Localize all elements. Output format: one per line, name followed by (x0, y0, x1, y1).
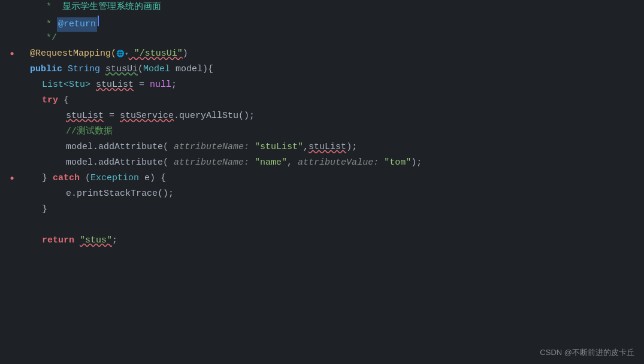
print-stack: e.printStackTrace(); (66, 187, 174, 201)
keyword-public: public (30, 62, 62, 77)
text-cursor (98, 16, 99, 26)
watermark: CSDN @不断前进的皮卡丘 (540, 347, 634, 359)
semicolon: ; (171, 78, 177, 92)
space (74, 233, 80, 248)
comment-inline: //测试数据 (66, 125, 113, 139)
code-line: return "stus" ; (30, 233, 638, 249)
paren: ( (138, 62, 143, 77)
gutter-icon-breakpoint: ● (7, 171, 17, 187)
assign: = (104, 109, 120, 123)
keyword-null: null (150, 78, 171, 92)
var-e: e) { (139, 171, 166, 186)
gutter: ● ● (0, 0, 24, 364)
code-line: @RequestMapping(🌐▾ "/stusUi") (30, 47, 638, 62)
code-line: e.printStackTrace(); (30, 187, 638, 202)
paren-open: ( (80, 171, 90, 186)
code-line: //测试数据 (30, 125, 638, 140)
code-line: public String stusUi ( Model model){ (30, 62, 638, 78)
code-line: } (30, 202, 638, 218)
keyword-catch: catch (53, 171, 80, 186)
method-queryall: queryAllStu(); (179, 109, 255, 123)
code-area: * 显示学生管理系统的画面 * @return */ @RequestMappi… (24, 0, 644, 364)
string-literal: "/stusUi" (129, 47, 183, 61)
code-line-empty (30, 218, 638, 233)
comma: , (287, 156, 298, 170)
code-line: } catch ( Exception e) { (30, 171, 638, 187)
comment-close: */ (30, 31, 57, 46)
code-editor: ● ● * 显示学生管理系统的画面 * @return */ @RequestM… (0, 0, 644, 364)
comment-star: * (30, 17, 57, 32)
semicolon: ; (112, 233, 117, 248)
param-model: model){ (170, 62, 213, 77)
code-line: List<Stu> stuList = null ; (30, 78, 638, 93)
string-stulist: "stuList" (255, 140, 303, 154)
param-hint-attrval: attributeValue: (298, 156, 379, 170)
brace-open: { (58, 93, 69, 108)
paren-close: ); (346, 140, 357, 154)
model-addattr1: model.addAttribute( (66, 140, 174, 154)
string-tom: "tom" (384, 156, 411, 170)
paren-close: ) (183, 47, 188, 61)
string-return: "stus" (80, 233, 112, 248)
dot: . (174, 109, 179, 123)
at-return: @return (57, 17, 97, 32)
type-model: Model (143, 62, 170, 77)
brace-close-catch: } (42, 202, 47, 217)
code-line: model.addAttribute( attributeName: "stuL… (30, 140, 638, 156)
var-stulist: stuList (96, 78, 134, 92)
code-line: model.addAttribute( attributeName: "name… (30, 156, 638, 171)
paren-close: ); (411, 156, 422, 170)
param-hint-attrname1: attributeName: (174, 140, 249, 154)
space (100, 62, 105, 77)
code-line: * @return (30, 16, 638, 31)
type-exception: Exception (90, 171, 139, 186)
code-line: * 显示学生管理系统的画面 (30, 0, 638, 16)
service-call: stuService (120, 109, 174, 123)
code-line: try { (30, 93, 638, 109)
code-line: stuList = stuService . queryAllStu(); (30, 109, 638, 125)
var-stulist-ref: stuList (309, 140, 346, 154)
var-stulist-2: stuList (66, 109, 104, 123)
keyword-try: try (42, 93, 58, 108)
type-list: List<Stu> (42, 78, 90, 92)
space (249, 156, 255, 170)
dropdown-arrow: ▾ (125, 49, 129, 60)
space (249, 140, 255, 154)
param-hint-attrname2: attributeName: (174, 156, 249, 170)
assign: = (134, 78, 150, 92)
gutter-icon-breakpoint: ● (7, 47, 17, 62)
annotation: @RequestMapping( (30, 47, 116, 61)
space (90, 78, 96, 92)
brace-close: } (42, 171, 53, 186)
model-addattr2: model.addAttribute( (66, 156, 174, 170)
type-string: String (68, 62, 100, 77)
globe-symbol: 🌐 (116, 49, 125, 60)
space (62, 62, 68, 77)
method-name: stusUi (105, 62, 138, 77)
string-name: "name" (255, 156, 287, 170)
comma: , (303, 140, 309, 154)
space (379, 156, 384, 170)
keyword-return: return (42, 233, 74, 248)
code-line: */ (30, 31, 638, 47)
comment-text: * 显示学生管理系统的画面 (30, 0, 161, 14)
